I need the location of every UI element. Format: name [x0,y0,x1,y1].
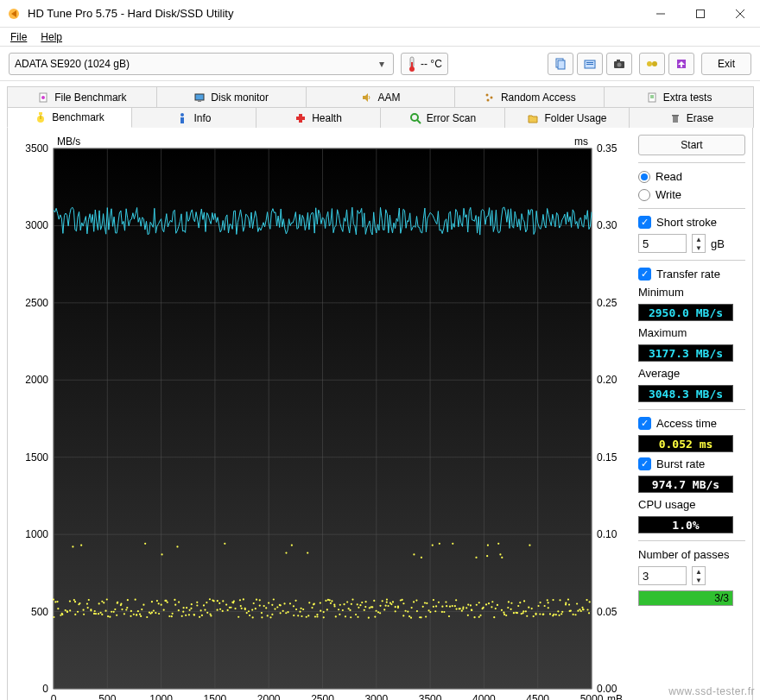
svg-point-388 [471,609,472,611]
svg-point-414 [508,601,510,602]
svg-text:0: 0 [51,693,57,700]
svg-point-283 [323,616,325,618]
tab-info[interactable]: Info [131,107,256,128]
progress-bar: 3/3 [638,590,733,606]
save-screenshot-button[interactable] [606,53,632,75]
tab-error-scan[interactable]: Error Scan [380,107,505,128]
svg-point-291 [333,605,335,607]
svg-point-281 [320,610,321,612]
svg-text:0.20: 0.20 [597,374,618,386]
svg-point-443 [549,613,551,615]
svg-point-183 [182,611,184,613]
svg-point-167 [158,613,160,615]
svg-point-252 [280,612,282,614]
svg-point-292 [335,615,337,617]
device-select[interactable]: ADATA SE920 (1024 gB) ▾ [9,53,394,75]
svg-point-313 [364,606,366,608]
write-radio[interactable]: Write [638,188,745,201]
menu-file[interactable]: File [3,29,34,45]
svg-point-116 [87,607,89,609]
svg-point-348 [416,610,418,612]
maximize-button[interactable] [681,0,720,28]
svg-rect-40 [673,116,678,123]
passes-spin[interactable]: ▲▼ [638,566,745,585]
tab-erase[interactable]: Erase [629,107,754,128]
svg-point-273 [308,602,310,603]
svg-point-376 [455,608,457,609]
svg-point-187 [188,614,190,615]
svg-point-241 [263,605,265,607]
short-stroke-input[interactable] [638,234,687,253]
svg-point-311 [364,609,365,611]
svg-point-419 [516,612,518,614]
copy-screenshot-button[interactable] [577,53,603,75]
copy-info-button[interactable] [548,53,573,75]
save-button[interactable] [668,53,694,75]
minimize-button[interactable] [641,0,681,28]
short-stroke-spin[interactable]: ▲▼gB [638,234,745,253]
start-button[interactable]: Start [638,135,745,155]
svg-point-123 [98,613,99,615]
menu-help[interactable]: Help [34,29,69,45]
svg-point-169 [161,553,162,555]
check-icon [638,457,651,470]
svg-point-245 [269,616,271,618]
maximum-value: 3177.3 MB/s [638,344,733,362]
svg-point-306 [357,603,358,605]
tab-folder-usage[interactable]: Folder Usage [504,107,630,128]
passes-input[interactable] [638,566,687,585]
svg-point-151 [136,614,137,615]
read-radio[interactable]: Read [638,170,745,183]
short-stroke-check[interactable]: Short stroke [638,216,745,229]
spin-arrows[interactable]: ▲▼ [692,234,706,253]
transfer-rate-check[interactable]: Transfer rate [638,268,745,281]
close-button[interactable] [720,0,760,28]
svg-point-393 [478,616,480,618]
tab-extra-tests[interactable]: Extra tests [604,86,754,107]
burst-rate-check[interactable]: Burst rate [638,457,745,470]
svg-point-351 [421,616,422,618]
svg-text:3500: 3500 [25,142,48,155]
svg-point-400 [488,602,490,604]
svg-point-215 [227,609,229,611]
svg-point-184 [182,607,184,609]
average-label: Average [638,367,745,380]
burst-rate-value: 974.7 MB/s [638,476,733,493]
svg-point-304 [352,598,353,600]
access-time-check[interactable]: Access time [638,417,745,430]
svg-point-303 [351,603,352,605]
svg-point-336 [397,606,399,608]
svg-point-373 [452,605,453,607]
tab-aam[interactable]: AAM [306,86,456,107]
tab-random-access[interactable]: Random Access [454,86,605,107]
svg-rect-15 [617,60,620,61]
svg-point-369 [445,601,446,602]
svg-point-175 [171,615,173,617]
svg-rect-2 [697,9,705,17]
svg-point-179 [176,545,178,547]
exit-button[interactable]: Exit [701,53,751,75]
svg-point-456 [568,604,570,606]
svg-point-383 [466,607,467,609]
svg-point-295 [339,604,341,606]
svg-point-104 [69,609,71,611]
health-icon [294,112,307,124]
gear-icon [645,57,659,71]
svg-line-39 [417,120,421,123]
svg-point-405 [497,604,498,606]
svg-point-236 [256,599,257,601]
svg-point-334 [395,610,396,612]
tab-disk-monitor[interactable]: Disk monitor [156,86,307,107]
svg-point-374 [452,543,453,545]
tab-file-benchmark[interactable]: File Benchmark [7,86,157,107]
svg-point-208 [217,600,218,602]
spin-arrows[interactable]: ▲▼ [692,566,706,585]
options-button[interactable] [639,53,665,75]
svg-point-372 [449,606,451,608]
svg-point-146 [130,615,131,617]
svg-point-368 [443,611,445,613]
tab-benchmark[interactable]: Benchmark [7,107,132,128]
svg-point-228 [244,609,246,610]
svg-text:1000: 1000 [25,528,48,540]
tab-health[interactable]: Health [256,107,381,128]
